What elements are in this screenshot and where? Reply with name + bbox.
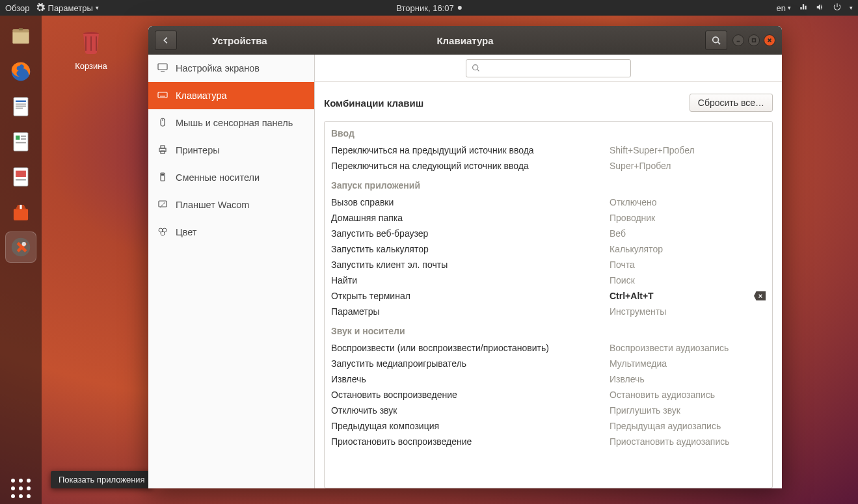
shortcut-label: Параметры bbox=[331, 306, 610, 317]
dock-software[interactable] bbox=[5, 196, 36, 228]
dock-writer[interactable] bbox=[5, 91, 36, 122]
reset-all-button[interactable]: Сбросить все… bbox=[690, 94, 773, 112]
dock bbox=[0, 16, 42, 504]
shortcut-search-input[interactable] bbox=[466, 59, 631, 77]
shortcut-label: Воспроизвести (или воспроизвести/приоста… bbox=[331, 343, 610, 353]
dock-files[interactable] bbox=[5, 21, 36, 52]
svg-rect-10 bbox=[16, 136, 20, 140]
shortcut-value: Почта bbox=[610, 259, 766, 270]
svg-rect-28 bbox=[158, 64, 167, 70]
shortcut-row[interactable]: Запустить калькуляторКалькулятор bbox=[325, 241, 772, 257]
svg-rect-12 bbox=[21, 138, 26, 139]
dock-show-apps[interactable] bbox=[5, 473, 36, 504]
shortcut-value: Инструменты bbox=[610, 306, 766, 317]
shortcut-value: Поиск bbox=[610, 275, 766, 285]
shortcut-row[interactable]: Отключить звукПриглушить звук bbox=[325, 403, 772, 418]
back-button[interactable] bbox=[155, 31, 177, 50]
dock-settings[interactable] bbox=[5, 232, 36, 263]
svg-rect-0 bbox=[12, 31, 29, 44]
maximize-button[interactable] bbox=[748, 34, 760, 46]
trash-icon bbox=[75, 26, 107, 57]
shortcut-row[interactable]: Открыть терминалCtrl+Alt+T bbox=[325, 288, 772, 304]
shortcut-value: Предыдущая аудиозапись bbox=[610, 421, 766, 431]
sidebar-item-color[interactable]: Цвет bbox=[148, 219, 314, 246]
color-icon bbox=[157, 226, 168, 239]
shortcut-value: Калькулятор bbox=[610, 244, 766, 254]
tooltip-show-apps: Показать приложения bbox=[51, 471, 153, 488]
network-icon[interactable] bbox=[799, 3, 808, 14]
svg-rect-15 bbox=[16, 171, 26, 178]
group-title: Звук и носители bbox=[325, 319, 772, 340]
sidebar-item-label: Сменные носители bbox=[176, 172, 260, 183]
shortcut-row[interactable]: Приостановить воспроизведениеПриостанови… bbox=[325, 434, 772, 449]
clock[interactable]: Вторник, 16:07 bbox=[396, 3, 461, 13]
shortcut-row[interactable]: Домашняя папкаПроводник bbox=[325, 210, 772, 226]
shortcut-value: Ctrl+Alt+T bbox=[610, 291, 766, 301]
top-panel: Обзор Параметры ▾ Вторник, 16:07 en ▾ ▾ bbox=[0, 0, 858, 16]
shortcut-label: Отключить звук bbox=[331, 405, 610, 416]
shortcut-row[interactable]: Воспроизвести (или воспроизвести/приоста… bbox=[325, 340, 772, 356]
shortcut-row[interactable]: Предыдущая композицияПредыдущая аудиозап… bbox=[325, 418, 772, 434]
svg-rect-11 bbox=[21, 136, 26, 137]
shortcut-label: Запустить клиент эл. почты bbox=[331, 259, 610, 270]
close-button[interactable] bbox=[764, 34, 775, 46]
svg-rect-39 bbox=[159, 201, 167, 207]
shortcut-label: Открыть терминал bbox=[331, 291, 610, 301]
shortcut-label: Вызов справки bbox=[331, 197, 610, 207]
svg-rect-13 bbox=[16, 142, 26, 143]
sidebar-item-label: Цвет bbox=[176, 227, 197, 237]
shortcut-label: Запустить веб-браузер bbox=[331, 228, 610, 239]
shortcut-row[interactable]: Переключиться на предыдущий источник вво… bbox=[325, 142, 772, 158]
shortcut-row[interactable]: Вызов справкиОтключено bbox=[325, 194, 772, 210]
titlebar[interactable]: Устройства Клавиатура bbox=[148, 26, 782, 55]
sidebar-item-mouse[interactable]: Мышь и сенсорная панель bbox=[148, 109, 314, 137]
dock-calc[interactable] bbox=[5, 126, 36, 157]
keyboard-layout-indicator[interactable]: en ▾ bbox=[777, 3, 791, 13]
sidebar-item-label: Клавиатура bbox=[176, 90, 227, 101]
desktop-trash[interactable]: Корзина bbox=[62, 26, 120, 71]
minimize-button[interactable] bbox=[732, 34, 744, 46]
app-menu-label: Параметры bbox=[48, 3, 93, 13]
sidebar-item-wacom[interactable]: Планшет Wacom bbox=[148, 191, 314, 219]
shortcut-label: Предыдущая композиция bbox=[331, 421, 610, 431]
shortcut-row[interactable]: Запустить клиент эл. почтыПочта bbox=[325, 257, 772, 272]
titlebar-search-button[interactable] bbox=[705, 31, 727, 50]
power-icon[interactable] bbox=[833, 3, 842, 14]
app-menu[interactable]: Параметры ▾ bbox=[35, 3, 99, 13]
chevron-left-icon bbox=[161, 36, 170, 45]
svg-point-43 bbox=[161, 232, 165, 235]
shortcut-row[interactable]: Запустить медиапроигрывательМультимедиа bbox=[325, 356, 772, 371]
sidebar-item-printers[interactable]: Принтеры bbox=[148, 137, 314, 164]
volume-icon[interactable] bbox=[816, 3, 825, 14]
svg-rect-2 bbox=[19, 28, 23, 30]
sidebar-item-removable[interactable]: Сменные носители bbox=[148, 164, 314, 191]
shortcut-row[interactable]: Остановить воспроизведениеОстановить ауд… bbox=[325, 387, 772, 403]
sidebar-item-label: Мышь и сенсорная панель bbox=[176, 118, 293, 128]
sidebar-item-displays[interactable]: Настройка экранов bbox=[148, 55, 314, 82]
gear-icon bbox=[35, 3, 46, 13]
shortcut-value: Воспроизвести аудиозапись bbox=[610, 343, 766, 353]
shortcut-value: Извлечь bbox=[610, 374, 766, 384]
shortcut-list[interactable]: ВводПереключиться на предыдущий источник… bbox=[324, 121, 773, 488]
activities-button[interactable]: Обзор bbox=[5, 3, 30, 13]
svg-rect-38 bbox=[161, 174, 164, 176]
shortcut-label: Переключиться на предыдущий источник вво… bbox=[331, 145, 610, 155]
sidebar-item-keyboard[interactable]: Клавиатура bbox=[148, 82, 314, 109]
shortcut-value: Super+Пробел bbox=[610, 161, 766, 171]
dock-firefox[interactable] bbox=[5, 56, 36, 87]
keyboard-icon bbox=[157, 90, 168, 102]
shortcut-row[interactable]: Запустить веб-браузерВеб bbox=[325, 226, 772, 241]
shortcut-label: Остановить воспроизведение bbox=[331, 390, 610, 400]
dock-impress[interactable] bbox=[5, 161, 36, 192]
svg-line-23 bbox=[718, 42, 721, 45]
erase-icon[interactable] bbox=[754, 291, 766, 300]
svg-rect-30 bbox=[158, 92, 167, 98]
titlebar-section: Устройства bbox=[212, 35, 267, 46]
shortcut-row[interactable]: ПараметрыИнструменты bbox=[325, 304, 772, 319]
displays-icon bbox=[157, 62, 168, 75]
shortcut-value: Веб bbox=[610, 228, 766, 239]
shortcut-row[interactable]: ИзвлечьИзвлечь bbox=[325, 371, 772, 387]
shortcut-row[interactable]: НайтиПоиск bbox=[325, 272, 772, 288]
shortcut-label: Извлечь bbox=[331, 374, 610, 384]
shortcut-row[interactable]: Переключиться на следующий источник ввод… bbox=[325, 158, 772, 174]
